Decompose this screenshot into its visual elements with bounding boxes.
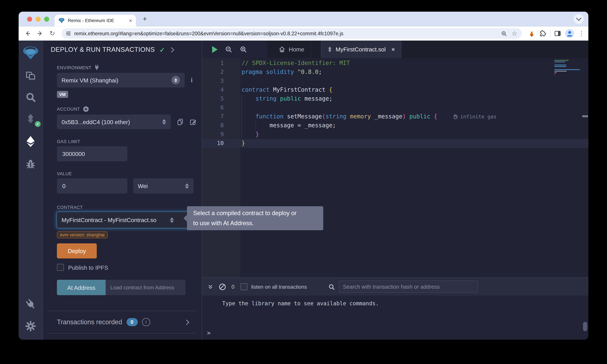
at-address-button[interactable]: At Address [57,280,106,295]
expand-terminal-icon[interactable] [208,284,213,289]
environment-select[interactable]: Remix VM (Shanghai) [57,73,185,87]
editor-scrollbar-thumb[interactable] [582,115,588,117]
close-window-button[interactable] [27,16,32,22]
file-explorer-icon[interactable] [22,67,39,84]
chevron-down-icon [576,15,581,21]
solidity-file-icon [328,46,332,52]
code-text: } [229,139,245,148]
transactions-label: Transactions recorded [57,318,122,326]
line-number: 7 [202,112,229,121]
zoom-page-icon[interactable] [501,30,507,37]
minimap-line [554,65,567,65]
side-panel-icon[interactable] [554,30,561,37]
zoom-in-icon[interactable] [240,46,247,53]
contract-select[interactable]: MyFirstContract - MyFirstContract.so [57,212,196,228]
code-line-1[interactable]: 1// SPDX-License-Identifier: MIT [202,59,588,68]
terminal-search-input[interactable] [339,281,478,293]
minimap-line [554,63,582,64]
run-script-icon[interactable] [212,46,218,53]
terminal-body[interactable]: Type the library name to see available c… [202,296,588,340]
contract-caret-icon [170,217,174,223]
clear-console-icon[interactable] [219,283,226,290]
deploy-run-icon[interactable] [22,133,39,150]
copy-account-icon[interactable] [177,118,184,125]
minimap-line [554,69,580,70]
gas-pump-icon [454,114,458,119]
line-number: 9 [202,130,229,139]
debugger-icon[interactable] [22,155,39,172]
transactions-recorded-row[interactable]: Transactions recorded 0 i [43,311,202,333]
forward-button[interactable] [35,28,45,39]
add-account-icon[interactable] [83,106,89,112]
panel-check-icon: ✓ [159,46,165,54]
transactions-info-icon[interactable]: i [142,318,150,326]
code-line-2[interactable]: 2pragma solidity ^0.8.0; [202,68,588,77]
publish-ipfs-checkbox[interactable] [57,264,64,271]
plug-icon[interactable] [94,65,100,70]
value-unit-select[interactable]: Wei [133,178,194,194]
environment-caret-icon [172,76,180,84]
editor-controls [202,40,267,58]
sign-message-icon[interactable] [190,118,197,125]
code-line-7[interactable]: 7 function setMessage(string memory _mes… [202,112,588,121]
code-text: contract MyFirstContract { [229,86,332,94]
value-unit: Wei [138,183,148,189]
tab-search-button[interactable] [574,14,584,24]
deploy-button[interactable]: Deploy [57,243,97,259]
search-icon[interactable] [22,89,39,105]
solidity-compiler-icon[interactable]: ✓ [22,111,39,128]
code-line-9[interactable]: 9 } [202,130,588,139]
transactions-count-badge: 0 [126,318,138,326]
bookmark-star-icon[interactable]: ☆ [512,30,517,37]
code-line-4[interactable]: 4contract MyFirstContract { [202,86,588,94]
tab-myfirstcontract[interactable]: MyFirstContract.sol × [321,40,401,58]
listen-transactions-checkbox[interactable] [240,283,247,290]
unit-caret-icon [185,183,189,189]
reload-button[interactable]: ↻ [47,28,58,39]
profile-avatar[interactable] [565,29,575,39]
plugin-manager-icon[interactable] [19,292,42,316]
transactions-chevron-icon[interactable] [184,319,189,325]
back-button[interactable] [22,28,33,39]
value-label: VALUE [57,171,202,176]
minimize-window-button[interactable] [36,16,41,22]
account-select[interactable]: 0x5B3...eddC4 (100 ether) [57,115,171,129]
gas-limit-input[interactable] [57,146,127,161]
line-number: 1 [202,59,229,68]
settings-gear-icon[interactable] [22,318,39,335]
code-line-5[interactable]: 5 string public message; [202,94,588,103]
value-input[interactable] [57,178,127,194]
tab-close-icon[interactable]: × [391,46,395,52]
tab-home[interactable]: Home [273,40,311,58]
extensions-puzzle-icon[interactable] [539,30,546,37]
new-tab-button[interactable]: + [140,14,150,24]
at-address-input[interactable] [106,280,185,295]
traffic-lights [19,16,55,22]
minimap[interactable] [554,60,582,76]
terminal-scrollbar-thumb[interactable] [583,322,587,331]
tab-close-icon[interactable]: × [129,18,132,23]
contract-label: CONTRACT [57,205,202,210]
address-bar[interactable]: remix.ethereum.org/#lang=en&optimize=fal… [62,28,522,39]
code-line-8[interactable]: 8 message = _message; [202,121,588,130]
activity-bar: ✓ [19,40,43,340]
contract-value: MyFirstContract - MyFirstContract.so [62,217,173,223]
menu-kebab-icon[interactable]: ⋮ [578,30,585,37]
browser-tabstrip: Remix - Ethereum IDE × + [19,12,589,26]
metamask-icon[interactable] [528,30,535,37]
publish-ipfs-label: Publish to IPFS [68,264,108,271]
code-line-6[interactable]: 6 [202,103,588,112]
code-line-10[interactable]: 10} [202,139,588,148]
zoom-window-button[interactable] [44,16,49,22]
environment-info-icon[interactable]: i [191,77,193,84]
panel-chevron-icon[interactable] [169,47,174,52]
zoom-out-icon[interactable] [225,46,232,53]
code-text: pragma solidity ^0.8.0; [229,68,322,77]
remix-logo-icon[interactable] [22,44,39,62]
code-text: message = _message; [229,121,336,130]
browser-tab[interactable]: Remix - Ethereum IDE × [55,15,136,26]
code-editor[interactable]: 1// SPDX-License-Identifier: MIT2pragma … [202,58,588,277]
terminal-message: Type the library name to see available c… [202,296,588,306]
code-line-3[interactable]: 3 [202,77,588,86]
browser-window: Remix - Ethereum IDE × + ↻ remix.ethereu… [19,12,589,340]
